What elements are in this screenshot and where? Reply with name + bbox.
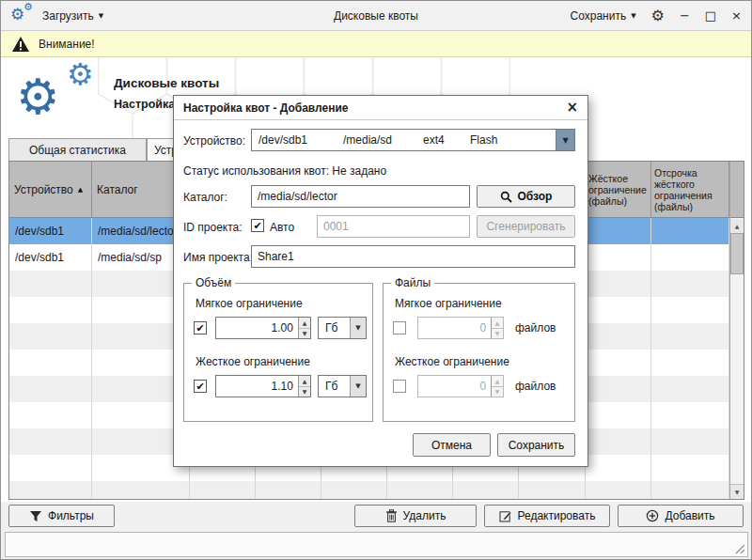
gear-icon: ⚙ xyxy=(10,7,24,23)
page-title: Дисковые квоты xyxy=(114,76,219,90)
chevron-down-icon[interactable]: ▼ xyxy=(350,318,366,338)
files-hard-limit-label: Жесткое ограничение xyxy=(395,355,509,368)
hard-unit-select[interactable]: Гб ▼ xyxy=(318,375,367,397)
settings-gear-icon[interactable]: ⚙ xyxy=(651,8,665,23)
column-header-hard-limit-files[interactable]: Жёсткое ограничение (файлы) xyxy=(586,162,651,217)
chevron-down-icon[interactable]: ▼ xyxy=(350,376,366,397)
dialog-titlebar[interactable]: Настройка квот - Добавление × xyxy=(174,96,588,120)
files-soft-limit-spinner: ▲ ▼ xyxy=(417,317,504,339)
minimize-button[interactable]: − xyxy=(680,9,690,22)
column-label: Отсрочка жёсткого ограничения (файлы) xyxy=(654,167,726,212)
column-label: Каталог xyxy=(97,183,138,196)
scroll-down-icon[interactable]: ▼ xyxy=(730,484,744,499)
quota-status-text: Статус использования квот: Не задано xyxy=(183,164,386,178)
files-soft-limit-checkbox[interactable] xyxy=(393,321,406,334)
search-icon xyxy=(500,191,512,203)
warning-icon xyxy=(11,36,30,53)
device-fs: ext4 xyxy=(423,133,470,147)
soft-unit-select[interactable]: Гб ▼ xyxy=(318,317,367,339)
spin-up-icon[interactable]: ▲ xyxy=(299,318,310,329)
save-menu-button[interactable]: Сохранить ▼ xyxy=(571,9,636,23)
project-name-label: Имя проекта: xyxy=(183,251,253,264)
hero-gear-large-icon: ⚙ xyxy=(16,72,60,121)
dialog-close-icon[interactable]: × xyxy=(566,101,578,115)
soft-limit-checkbox[interactable]: ✔ xyxy=(194,321,207,334)
project-name-input[interactable] xyxy=(252,246,574,267)
add-button[interactable]: Добавить xyxy=(618,505,744,527)
directory-label: Каталог: xyxy=(183,191,227,204)
sort-asc-icon: ▲ xyxy=(78,186,83,194)
filters-button[interactable]: Фильтры xyxy=(8,505,115,527)
browse-label: Обзор xyxy=(518,190,553,203)
edit-button[interactable]: Редактировать xyxy=(484,505,610,527)
cancel-button[interactable]: Отмена xyxy=(413,433,491,457)
unit-label: Гб xyxy=(319,380,350,393)
save-label: Сохранить xyxy=(509,439,565,452)
chevron-down-icon: ▼ xyxy=(99,12,103,20)
table-row-empty[interactable] xyxy=(9,481,729,499)
directory-field[interactable] xyxy=(251,185,470,208)
hard-limit-spinner[interactable]: ▲ ▼ xyxy=(215,375,311,397)
files-soft-limit-label: Мягкое ограничение xyxy=(395,297,502,310)
hard-limit-checkbox[interactable]: ✔ xyxy=(194,380,207,393)
device-name: Flash xyxy=(470,133,497,147)
tab-label: Общая статистика xyxy=(29,144,126,157)
device-select[interactable]: /dev/sdb1 /media/sd ext4 Flash ▼ xyxy=(251,129,575,151)
spin-down-icon: ▼ xyxy=(492,329,503,339)
tab-general-statistics[interactable]: Общая статистика xyxy=(8,138,147,161)
scrollbar-thumb[interactable] xyxy=(730,233,744,274)
project-name-field[interactable] xyxy=(251,245,575,268)
files-suffix-label: файлов xyxy=(515,380,556,393)
scroll-up-icon[interactable]: ▲ xyxy=(730,219,744,234)
chevron-down-icon: ▼ xyxy=(631,12,635,20)
browse-button[interactable]: Обзор xyxy=(477,185,575,208)
files-suffix-label: файлов xyxy=(515,321,556,334)
soft-limit-label: Мягкое ограничение xyxy=(196,297,303,310)
spin-down-icon[interactable]: ▼ xyxy=(299,387,310,397)
files-group-title: Файлы xyxy=(391,276,434,289)
save-button[interactable]: Сохранить xyxy=(497,433,575,457)
spin-up-icon[interactable]: ▲ xyxy=(299,376,310,387)
app-window: ⚙ ⚙ Загрузить ▼ Дисковые квоты Сохранить… xyxy=(0,0,752,560)
generate-label: Сгенерировать xyxy=(487,220,566,233)
close-button[interactable]: × xyxy=(731,9,742,22)
volume-group-title: Объём xyxy=(192,276,235,289)
warning-banner: Внимание! xyxy=(1,31,751,57)
resize-grip[interactable] xyxy=(733,542,745,554)
column-header-grace-files[interactable]: Отсрочка жёсткого ограничения (файлы) xyxy=(651,162,729,217)
device-mount: /media/sd xyxy=(343,133,423,147)
files-hard-limit-checkbox[interactable] xyxy=(393,380,406,393)
delete-label: Удалить xyxy=(403,509,446,522)
cell-device: /dev/sdb1 xyxy=(9,218,92,244)
soft-limit-input[interactable] xyxy=(216,318,298,338)
chevron-down-icon[interactable]: ▼ xyxy=(556,130,574,150)
maximize-button[interactable]: □ xyxy=(705,9,716,22)
cell-device: /dev/sdb1 xyxy=(9,244,92,271)
column-header-device[interactable]: Устройство ▲ xyxy=(9,162,92,217)
edit-pencil-icon xyxy=(499,509,512,522)
directory-input[interactable] xyxy=(252,186,469,207)
dialog-title: Настройка квот - Добавление xyxy=(183,101,349,115)
auto-label: Авто xyxy=(270,221,294,234)
load-menu-button[interactable]: Загрузить ▼ xyxy=(42,9,103,23)
warning-text: Внимание! xyxy=(39,38,95,51)
spin-up-icon: ▲ xyxy=(492,376,503,387)
project-id-label: ID проекта: xyxy=(183,221,243,234)
unit-label: Гб xyxy=(319,321,350,334)
titlebar[interactable]: ⚙ ⚙ Загрузить ▼ Дисковые квоты Сохранить… xyxy=(1,1,751,31)
dialog-body: Устройство: /dev/sdb1 /media/sd ext4 Fla… xyxy=(174,121,588,466)
auto-checkbox[interactable]: ✔ xyxy=(251,219,264,232)
device-path: /dev/sdb1 xyxy=(252,133,343,147)
filter-icon xyxy=(29,510,42,522)
vertical-scrollbar[interactable]: ▲ ▼ xyxy=(729,162,744,499)
spin-down-icon[interactable]: ▼ xyxy=(299,329,310,339)
volume-group: Объём Мягкое ограничение ✔ ▲ ▼ Гб ▼ Жест… xyxy=(183,283,373,422)
save-menu-label: Сохранить xyxy=(571,9,627,23)
hard-limit-input[interactable] xyxy=(216,376,298,397)
files-soft-limit-input xyxy=(418,318,491,338)
project-id-field xyxy=(317,215,470,238)
delete-button[interactable]: Удалить xyxy=(354,505,477,527)
app-gears-icon: ⚙ ⚙ xyxy=(10,4,37,28)
hard-limit-label: Жесткое ограничение xyxy=(196,355,310,368)
soft-limit-spinner[interactable]: ▲ ▼ xyxy=(215,317,311,339)
